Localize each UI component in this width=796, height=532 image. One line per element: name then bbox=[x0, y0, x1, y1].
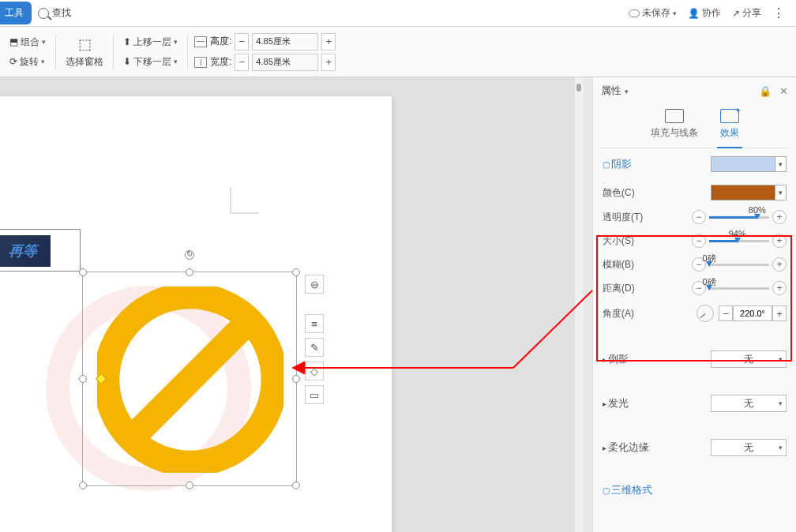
width-plus[interactable]: + bbox=[321, 54, 336, 71]
tabs: 填充与线条 效果 bbox=[599, 104, 790, 148]
more-icon[interactable]: ⋮ bbox=[772, 10, 785, 17]
softedge-dropdown[interactable]: 无 bbox=[711, 439, 787, 456]
angle-minus[interactable]: − bbox=[719, 305, 733, 321]
blur-label: 模糊(B) bbox=[603, 258, 634, 272]
bring-forward-label: 上移一层 bbox=[133, 36, 171, 49]
selection-outer[interactable] bbox=[0, 229, 81, 272]
size-minus[interactable]: − bbox=[692, 234, 706, 248]
rotate-button[interactable]: ⟳ 旋转▾ bbox=[6, 54, 49, 70]
distance-plus[interactable]: + bbox=[772, 281, 787, 295]
height-value: 4.85厘米 bbox=[253, 36, 317, 47]
search-icon bbox=[38, 8, 49, 19]
handle-tl[interactable] bbox=[79, 268, 87, 276]
tab-fill[interactable]: 填充与线条 bbox=[651, 109, 698, 140]
combine-label: 组合 bbox=[21, 36, 39, 49]
height-label: 高度: bbox=[210, 35, 231, 48]
no-entry-shape[interactable] bbox=[97, 287, 283, 473]
share-label: 分享 bbox=[742, 6, 761, 20]
transparency-plus[interactable]: + bbox=[772, 210, 787, 224]
size-slider[interactable]: 94% bbox=[709, 240, 769, 242]
glow-dropdown[interactable]: 无 bbox=[711, 395, 787, 412]
blur-plus[interactable]: + bbox=[772, 257, 787, 272]
height-plus[interactable]: + bbox=[321, 33, 336, 51]
select-pane-icon: ⬚ bbox=[78, 36, 92, 53]
svg-marker-4 bbox=[292, 362, 305, 374]
effect-icon bbox=[720, 109, 739, 123]
svg-line-1 bbox=[138, 328, 242, 432]
height-input[interactable]: 4.85厘米 bbox=[252, 33, 318, 51]
angle-plus[interactable]: + bbox=[772, 305, 787, 321]
shadow-color[interactable]: ▾ bbox=[711, 185, 787, 200]
handle-tr[interactable] bbox=[292, 268, 300, 276]
handle-bc[interactable] bbox=[186, 481, 193, 489]
tab-effect[interactable]: 效果 bbox=[720, 109, 739, 140]
cloud-icon bbox=[629, 9, 640, 17]
select-pane-label: 选择窗格 bbox=[66, 55, 103, 69]
corner-mark bbox=[227, 185, 265, 218]
panel-title: 属性 ▾ bbox=[601, 84, 629, 98]
height-icon bbox=[194, 36, 207, 47]
reflection-dropdown[interactable]: 无 bbox=[711, 350, 787, 368]
active-tool-tab[interactable]: 工具 bbox=[0, 2, 32, 24]
handle-br[interactable] bbox=[292, 481, 300, 489]
shadow-section[interactable]: ▢阴影 bbox=[603, 157, 632, 171]
handle-bl[interactable] bbox=[79, 481, 87, 489]
width-icon bbox=[194, 57, 207, 68]
search-label: 查找 bbox=[52, 6, 71, 20]
shadow-preset[interactable]: ▾ bbox=[711, 156, 787, 172]
properties-panel: 属性 ▾ 🔒 ✕ 填充与线条 效果 ▢阴影 ▾ 颜色(C) ▾ 透明度(T) −… bbox=[592, 77, 796, 532]
transparency-minus[interactable]: − bbox=[692, 210, 706, 224]
size-plus[interactable]: + bbox=[772, 234, 787, 248]
angle-dial[interactable] bbox=[696, 305, 714, 322]
angle-input[interactable] bbox=[733, 305, 772, 321]
select-pane-button[interactable]: ⬚ 选择窗格 bbox=[62, 34, 107, 70]
transparency-label: 透明度(T) bbox=[603, 211, 643, 224]
bring-forward-button[interactable]: ⬆ 上移一层▾ bbox=[120, 34, 181, 51]
handle-tc[interactable] bbox=[186, 268, 193, 276]
share-button[interactable]: ↗ 分享 bbox=[732, 6, 761, 20]
tab-effect-label: 效果 bbox=[720, 126, 739, 140]
lock-icon[interactable]: 🔒 bbox=[759, 85, 772, 97]
send-backward-label: 下移一层 bbox=[133, 55, 171, 69]
handle-ml[interactable] bbox=[79, 375, 87, 383]
combine-button[interactable]: ⬒ 组合▾ bbox=[6, 34, 49, 51]
shadow-color-label: 颜色(C) bbox=[603, 186, 635, 200]
tab-fill-label: 填充与线条 bbox=[651, 126, 698, 140]
send-backward-button[interactable]: ⬇ 下移一层▾ bbox=[120, 54, 181, 70]
width-value: 4.85厘米 bbox=[253, 56, 317, 68]
annotation-arrow bbox=[292, 283, 608, 440]
rotate-label: 旋转 bbox=[20, 55, 39, 69]
width-minus[interactable]: − bbox=[235, 54, 249, 71]
ribbon: ⬒ 组合▾ ⟳ 旋转▾ ⬚ 选择窗格 ⬆ 上移一层▾ ⬇ 下移一层▾ 高度: −… bbox=[0, 27, 796, 77]
height-control: 高度: − 4.85厘米 + bbox=[194, 33, 336, 51]
collab-button[interactable]: 👤 协作 bbox=[688, 6, 721, 20]
fill-icon bbox=[665, 109, 684, 123]
unsaved-status[interactable]: 未保存▾ bbox=[629, 6, 677, 20]
size-label: 大小(S) bbox=[603, 234, 634, 248]
svg-line-3 bbox=[513, 290, 592, 368]
topbar: 工具 查找 未保存▾ 👤 协作 ↗ 分享 ⋮ bbox=[0, 0, 796, 27]
close-icon[interactable]: ✕ bbox=[779, 85, 788, 97]
width-input[interactable]: 4.85厘米 bbox=[252, 54, 318, 71]
transparency-slider[interactable]: 80% bbox=[709, 216, 769, 219]
handle-rotate[interactable] bbox=[185, 250, 194, 260]
softedge-section[interactable]: ▸柔化边缘 bbox=[603, 440, 649, 455]
selection-main[interactable] bbox=[82, 272, 297, 486]
topbar-right: 未保存▾ 👤 协作 ↗ 分享 ⋮ bbox=[629, 6, 796, 20]
height-minus[interactable]: − bbox=[235, 33, 249, 51]
threed-section[interactable]: ▢三维格式 bbox=[603, 483, 652, 497]
distance-slider[interactable]: 0磅 bbox=[709, 287, 769, 290]
blur-slider[interactable]: 0磅 bbox=[709, 264, 769, 266]
unsaved-label: 未保存 bbox=[642, 6, 670, 20]
collab-label: 协作 bbox=[702, 6, 721, 20]
search-button[interactable]: 查找 bbox=[38, 6, 71, 20]
width-control: 宽度: − 4.85厘米 + bbox=[194, 54, 336, 71]
width-label: 宽度: bbox=[210, 55, 231, 69]
